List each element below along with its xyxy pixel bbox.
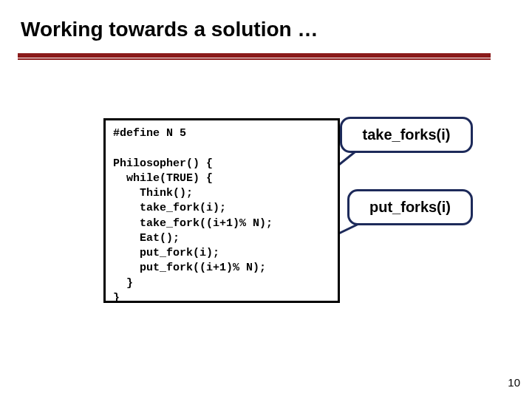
code-listing: #define N 5 Philosopher() { while(TRUE) … <box>113 126 330 306</box>
code-line: Philosopher() { <box>113 157 213 170</box>
title-underline-thick <box>18 53 491 58</box>
code-line: while(TRUE) { <box>113 172 213 185</box>
callout-put-forks: put_forks(i) <box>347 189 473 225</box>
slide-title: Working towards a solution … <box>21 18 318 41</box>
callout-text: put_forks(i) <box>369 199 451 215</box>
code-line: put_fork(i); <box>113 247 219 259</box>
code-box: #define N 5 Philosopher() { while(TRUE) … <box>103 118 340 303</box>
code-line: Eat(); <box>113 232 180 245</box>
code-line: Think(); <box>113 187 193 200</box>
code-line: #define N 5 <box>113 127 186 140</box>
code-line: put_fork((i+1)% N); <box>113 262 266 274</box>
code-line: take_fork((i+1)% N); <box>113 217 273 230</box>
title-underline-thin <box>18 58 491 60</box>
slide: Working towards a solution … #define N 5… <box>0 0 532 399</box>
page-number: 10 <box>508 376 520 389</box>
callout-text: take_forks(i) <box>363 126 451 143</box>
title-underline <box>18 53 491 61</box>
code-line: } <box>113 292 120 304</box>
code-line: take_fork(i); <box>113 202 226 214</box>
callout-take-forks: take_forks(i) <box>340 117 473 153</box>
code-line: } <box>113 277 133 290</box>
